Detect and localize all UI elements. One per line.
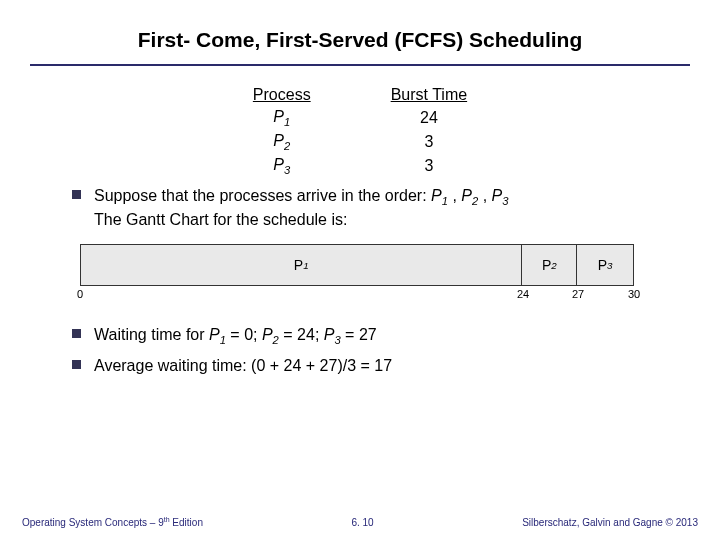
- gantt-ticks: 0 24 27 30: [80, 286, 634, 302]
- table-row: P3 3: [213, 154, 507, 178]
- title-rule: [30, 64, 690, 66]
- bullet-waiting-times: Waiting time for P1 = 0; P2 = 24; P3 = 2…: [72, 324, 660, 348]
- col-process: Process: [213, 84, 351, 106]
- cell-burst: 3: [351, 130, 507, 154]
- process-table: Process Burst Time P1 24 P2 3 P3 3: [213, 84, 507, 179]
- tick-label: 24: [517, 288, 529, 300]
- cell-burst: 3: [351, 154, 507, 178]
- tick-label: 0: [77, 288, 83, 300]
- footer: Operating System Concepts – 9th Edition …: [0, 516, 720, 528]
- col-burst: Burst Time: [351, 84, 507, 106]
- gantt-bar: P1 P2 P3: [80, 244, 634, 286]
- footer-left: Operating System Concepts – 9th Edition: [22, 516, 203, 528]
- tick-label: 27: [572, 288, 584, 300]
- slide-title: First- Come, First-Served (FCFS) Schedul…: [0, 0, 720, 64]
- gantt-seg-p2: P2: [522, 245, 577, 285]
- tick-label: 30: [628, 288, 640, 300]
- bullet-list-1: Suppose that the processes arrive in the…: [0, 185, 720, 231]
- table-row: P1 24: [213, 106, 507, 130]
- gantt-chart: P1 P2 P3 0 24 27 30: [80, 244, 650, 302]
- bullet-avg-wait: Average waiting time: (0 + 24 + 27)/3 = …: [72, 355, 660, 377]
- bullet-list-2: Waiting time for P1 = 0; P2 = 24; P3 = 2…: [0, 324, 720, 376]
- table-row: P2 3: [213, 130, 507, 154]
- cell-process: P1: [213, 106, 351, 130]
- slide: First- Come, First-Served (FCFS) Schedul…: [0, 0, 720, 540]
- footer-page: 6. 10: [351, 517, 373, 528]
- cell-burst: 24: [351, 106, 507, 130]
- gantt-seg-p3: P3: [577, 245, 633, 285]
- gantt-seg-p1: P1: [81, 245, 522, 285]
- bullet-suppose: Suppose that the processes arrive in the…: [72, 185, 660, 231]
- cell-process: P2: [213, 130, 351, 154]
- footer-copyright: Silberschatz, Galvin and Gagne © 2013: [522, 517, 698, 528]
- cell-process: P3: [213, 154, 351, 178]
- table-header-row: Process Burst Time: [213, 84, 507, 106]
